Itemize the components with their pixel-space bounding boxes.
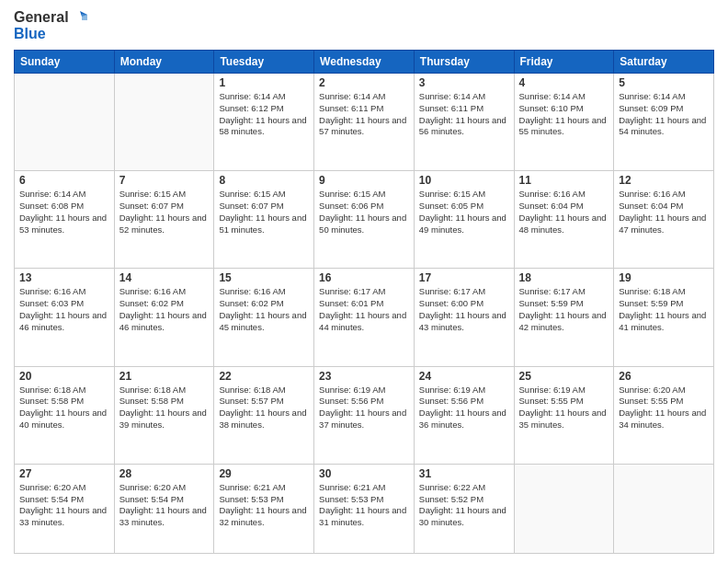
day-number: 18 bbox=[519, 271, 609, 284]
day-number: 19 bbox=[619, 271, 709, 284]
calendar-cell: 13Sunrise: 6:16 AM Sunset: 6:03 PM Dayli… bbox=[15, 269, 115, 366]
day-info: Sunrise: 6:20 AM Sunset: 5:54 PM Dayligh… bbox=[19, 482, 109, 529]
weekday-header: Thursday bbox=[414, 51, 514, 74]
day-info: Sunrise: 6:18 AM Sunset: 5:58 PM Dayligh… bbox=[119, 385, 210, 431]
day-info: Sunrise: 6:18 AM Sunset: 5:58 PM Dayligh… bbox=[19, 385, 109, 431]
calendar-cell: 16Sunrise: 6:17 AM Sunset: 6:01 PM Dayli… bbox=[314, 269, 415, 366]
day-info: Sunrise: 6:16 AM Sunset: 6:02 PM Dayligh… bbox=[219, 286, 309, 333]
day-number: 12 bbox=[619, 174, 709, 187]
day-info: Sunrise: 6:21 AM Sunset: 5:53 PM Dayligh… bbox=[219, 482, 309, 529]
logo: General Blue bbox=[14, 9, 87, 42]
logo-general: General bbox=[14, 9, 69, 26]
day-number: 3 bbox=[419, 76, 509, 89]
calendar-cell: 2Sunrise: 6:14 AM Sunset: 6:11 PM Daylig… bbox=[314, 74, 415, 171]
day-number: 11 bbox=[519, 174, 609, 187]
day-info: Sunrise: 6:14 AM Sunset: 6:09 PM Dayligh… bbox=[619, 91, 709, 138]
calendar-cell: 26Sunrise: 6:20 AM Sunset: 5:55 PM Dayli… bbox=[614, 366, 714, 464]
day-number: 1 bbox=[219, 76, 309, 89]
day-number: 28 bbox=[119, 467, 210, 480]
day-info: Sunrise: 6:15 AM Sunset: 6:05 PM Dayligh… bbox=[419, 189, 509, 236]
day-number: 15 bbox=[219, 271, 309, 284]
calendar-cell: 14Sunrise: 6:16 AM Sunset: 6:02 PM Dayli… bbox=[114, 269, 214, 366]
day-info: Sunrise: 6:16 AM Sunset: 6:04 PM Dayligh… bbox=[519, 189, 609, 236]
calendar-header: SundayMondayTuesdayWednesdayThursdayFrid… bbox=[15, 51, 714, 74]
day-number: 26 bbox=[619, 370, 709, 383]
calendar-cell: 29Sunrise: 6:21 AM Sunset: 5:53 PM Dayli… bbox=[214, 464, 314, 553]
day-number: 14 bbox=[119, 271, 210, 284]
calendar-cell: 8Sunrise: 6:15 AM Sunset: 6:07 PM Daylig… bbox=[214, 171, 314, 269]
weekday-header: Wednesday bbox=[314, 51, 415, 74]
calendar-table: SundayMondayTuesdayWednesdayThursdayFrid… bbox=[14, 50, 714, 554]
day-number: 8 bbox=[219, 174, 309, 187]
calendar-cell: 9Sunrise: 6:15 AM Sunset: 6:06 PM Daylig… bbox=[314, 171, 415, 269]
day-number: 2 bbox=[319, 76, 409, 89]
weekday-header: Monday bbox=[114, 51, 214, 74]
day-info: Sunrise: 6:16 AM Sunset: 6:02 PM Dayligh… bbox=[119, 286, 210, 333]
page: General Blue SundayMondayTuesdayWednesda… bbox=[0, 0, 728, 563]
calendar-week-row: 1Sunrise: 6:14 AM Sunset: 6:12 PM Daylig… bbox=[15, 74, 714, 171]
calendar-cell: 30Sunrise: 6:21 AM Sunset: 5:53 PM Dayli… bbox=[314, 464, 415, 553]
day-info: Sunrise: 6:17 AM Sunset: 5:59 PM Dayligh… bbox=[519, 286, 609, 333]
calendar-cell: 27Sunrise: 6:20 AM Sunset: 5:54 PM Dayli… bbox=[15, 464, 115, 553]
day-number: 30 bbox=[319, 467, 409, 480]
calendar-cell bbox=[114, 74, 214, 171]
day-number: 4 bbox=[519, 76, 609, 89]
day-info: Sunrise: 6:18 AM Sunset: 5:59 PM Dayligh… bbox=[619, 286, 709, 333]
day-info: Sunrise: 6:21 AM Sunset: 5:53 PM Dayligh… bbox=[319, 482, 409, 529]
calendar-cell: 12Sunrise: 6:16 AM Sunset: 6:04 PM Dayli… bbox=[614, 171, 714, 269]
day-info: Sunrise: 6:16 AM Sunset: 6:04 PM Dayligh… bbox=[619, 189, 709, 236]
calendar-cell: 7Sunrise: 6:15 AM Sunset: 6:07 PM Daylig… bbox=[114, 171, 214, 269]
day-number: 20 bbox=[19, 370, 109, 383]
day-info: Sunrise: 6:20 AM Sunset: 5:54 PM Dayligh… bbox=[119, 482, 210, 529]
weekday-header: Friday bbox=[514, 51, 614, 74]
day-number: 21 bbox=[119, 370, 210, 383]
header: General Blue bbox=[14, 9, 714, 42]
calendar-cell: 10Sunrise: 6:15 AM Sunset: 6:05 PM Dayli… bbox=[414, 171, 514, 269]
day-info: Sunrise: 6:20 AM Sunset: 5:55 PM Dayligh… bbox=[619, 385, 709, 431]
day-info: Sunrise: 6:14 AM Sunset: 6:11 PM Dayligh… bbox=[419, 91, 509, 138]
calendar-week-row: 20Sunrise: 6:18 AM Sunset: 5:58 PM Dayli… bbox=[15, 366, 714, 464]
day-info: Sunrise: 6:15 AM Sunset: 6:07 PM Dayligh… bbox=[119, 189, 210, 236]
calendar-cell: 19Sunrise: 6:18 AM Sunset: 5:59 PM Dayli… bbox=[614, 269, 714, 366]
day-number: 9 bbox=[319, 174, 409, 187]
weekday-header: Saturday bbox=[614, 51, 714, 74]
day-info: Sunrise: 6:19 AM Sunset: 5:56 PM Dayligh… bbox=[319, 385, 409, 431]
logo-blue: Blue bbox=[14, 26, 46, 42]
calendar-cell: 4Sunrise: 6:14 AM Sunset: 6:10 PM Daylig… bbox=[514, 74, 614, 171]
calendar-cell: 23Sunrise: 6:19 AM Sunset: 5:56 PM Dayli… bbox=[314, 366, 415, 464]
calendar-cell: 3Sunrise: 6:14 AM Sunset: 6:11 PM Daylig… bbox=[414, 74, 514, 171]
day-info: Sunrise: 6:14 AM Sunset: 6:12 PM Dayligh… bbox=[219, 91, 309, 138]
svg-marker-1 bbox=[82, 14, 87, 20]
calendar-cell: 20Sunrise: 6:18 AM Sunset: 5:58 PM Dayli… bbox=[15, 366, 115, 464]
day-number: 6 bbox=[19, 174, 109, 187]
day-number: 29 bbox=[219, 467, 309, 480]
weekday-header: Sunday bbox=[15, 51, 115, 74]
day-info: Sunrise: 6:22 AM Sunset: 5:52 PM Dayligh… bbox=[419, 482, 509, 529]
day-number: 13 bbox=[19, 271, 109, 284]
day-number: 16 bbox=[319, 271, 409, 284]
day-info: Sunrise: 6:14 AM Sunset: 6:11 PM Dayligh… bbox=[319, 91, 409, 138]
calendar-cell bbox=[514, 464, 614, 553]
calendar-cell: 1Sunrise: 6:14 AM Sunset: 6:12 PM Daylig… bbox=[214, 74, 314, 171]
day-info: Sunrise: 6:15 AM Sunset: 6:06 PM Dayligh… bbox=[319, 189, 409, 236]
calendar-body: 1Sunrise: 6:14 AM Sunset: 6:12 PM Daylig… bbox=[15, 74, 714, 554]
day-info: Sunrise: 6:19 AM Sunset: 5:55 PM Dayligh… bbox=[519, 385, 609, 431]
calendar-cell bbox=[15, 74, 115, 171]
calendar-cell: 15Sunrise: 6:16 AM Sunset: 6:02 PM Dayli… bbox=[214, 269, 314, 366]
day-info: Sunrise: 6:15 AM Sunset: 6:07 PM Dayligh… bbox=[219, 189, 309, 236]
day-info: Sunrise: 6:14 AM Sunset: 6:08 PM Dayligh… bbox=[19, 189, 109, 236]
calendar-cell: 24Sunrise: 6:19 AM Sunset: 5:56 PM Dayli… bbox=[414, 366, 514, 464]
day-number: 10 bbox=[419, 174, 509, 187]
day-number: 23 bbox=[319, 370, 409, 383]
calendar-cell: 21Sunrise: 6:18 AM Sunset: 5:58 PM Dayli… bbox=[114, 366, 214, 464]
day-number: 7 bbox=[119, 174, 210, 187]
calendar-cell bbox=[614, 464, 714, 553]
calendar-cell: 18Sunrise: 6:17 AM Sunset: 5:59 PM Dayli… bbox=[514, 269, 614, 366]
calendar-cell: 28Sunrise: 6:20 AM Sunset: 5:54 PM Dayli… bbox=[114, 464, 214, 553]
day-info: Sunrise: 6:17 AM Sunset: 6:01 PM Dayligh… bbox=[319, 286, 409, 333]
day-info: Sunrise: 6:17 AM Sunset: 6:00 PM Dayligh… bbox=[419, 286, 509, 333]
calendar-week-row: 6Sunrise: 6:14 AM Sunset: 6:08 PM Daylig… bbox=[15, 171, 714, 269]
weekday-header: Tuesday bbox=[214, 51, 314, 74]
day-info: Sunrise: 6:16 AM Sunset: 6:03 PM Dayligh… bbox=[19, 286, 109, 333]
day-info: Sunrise: 6:18 AM Sunset: 5:57 PM Dayligh… bbox=[219, 385, 309, 431]
